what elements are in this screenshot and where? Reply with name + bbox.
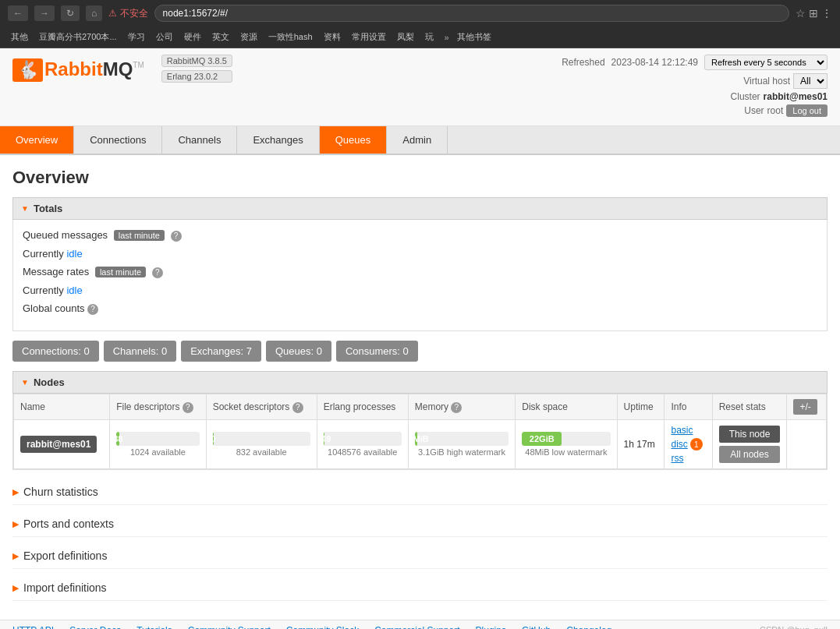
memory-watermark: 3.1GiB high watermark: [418, 447, 505, 457]
import-label: Import definitions: [23, 581, 107, 594]
bookmark-item[interactable]: 英文: [209, 30, 232, 44]
erlang-proc-bar: 449: [324, 432, 324, 446]
app-header: 🐇RabbitMQTM RabbitMQ 3.8.5 Erlang 23.0.2…: [0, 48, 840, 126]
export-arrow: ▶: [12, 551, 19, 561]
queued-messages-row: Queued messages last minute ?: [23, 229, 817, 242]
disk-bar-wrap: 22GiB: [522, 432, 610, 446]
col-memory: Memory ?: [408, 394, 516, 420]
exchanges-count-btn[interactable]: Exchanges: 7: [181, 341, 261, 362]
bookmark-item[interactable]: 豆瓣高分书2700本...: [36, 30, 120, 44]
bookmark-item[interactable]: 一致性hash: [265, 30, 316, 44]
bookmark-item[interactable]: 玩: [422, 30, 437, 44]
main-content: Overview ▼ Totals Queued messages last m…: [0, 155, 840, 620]
nav-connections[interactable]: Connections: [74, 126, 162, 154]
logo-icon: 🐇: [12, 58, 43, 82]
user-row: User root Log out: [562, 104, 828, 117]
churn-statistics-header[interactable]: ▶ Churn statistics: [12, 479, 828, 505]
user-label: User: [744, 105, 764, 116]
refresh-select[interactable]: Refresh every 5 seconds Refresh every 10…: [704, 55, 828, 70]
nodes-label: Nodes: [34, 376, 65, 388]
plus-minus-button[interactable]: +/-: [793, 399, 817, 415]
bookmark-item[interactable]: 资源: [237, 30, 261, 44]
nodes-header[interactable]: ▼ Nodes: [12, 371, 828, 394]
currently-idle-2-row: Currently idle: [23, 284, 817, 296]
footer-changelog[interactable]: Changelog: [566, 625, 611, 629]
footer-plugins[interactable]: Plugins: [476, 625, 506, 629]
url-bar[interactable]: [154, 5, 790, 22]
page-title: Overview: [12, 168, 828, 188]
bookmark-item[interactable]: 其他书签: [454, 30, 494, 44]
node-name-cell: rabbit@mes01: [14, 420, 110, 469]
global-counts-help-icon[interactable]: ?: [87, 304, 98, 315]
home-button[interactable]: ⌂: [86, 5, 102, 21]
reset-this-node-button[interactable]: This node: [719, 426, 781, 443]
queued-help-icon[interactable]: ?: [171, 231, 182, 242]
footer-github[interactable]: GitHub: [522, 625, 551, 629]
nav-admin[interactable]: Admin: [387, 126, 448, 154]
more-bookmarks[interactable]: »: [445, 33, 449, 42]
nav-queues[interactable]: Queues: [320, 126, 388, 154]
back-button[interactable]: ←: [8, 5, 28, 21]
virtual-host-select[interactable]: All: [793, 73, 828, 89]
consumers-count-btn[interactable]: Consumers: 0: [336, 341, 418, 362]
erlang-proc-cell: 449 1048576 available: [317, 420, 408, 469]
nav-overview[interactable]: Overview: [0, 126, 74, 154]
rabbitmq-version-badge[interactable]: RabbitMQ 3.8.5: [161, 55, 232, 67]
connections-count-btn[interactable]: Connections: 0: [12, 341, 99, 362]
idle-text-2: idle: [66, 284, 82, 296]
totals-header[interactable]: ▼ Totals: [12, 197, 828, 220]
bookmark-item[interactable]: 资料: [321, 30, 344, 44]
bookmark-item[interactable]: 常用设置: [349, 30, 389, 44]
footer-http-api[interactable]: HTTP API: [12, 625, 54, 629]
nodes-table-container: Name File descriptors ? Socket descripto…: [12, 394, 828, 470]
logo-rabbit: 🐇RabbitMQTM: [12, 56, 144, 80]
nodes-arrow: ▼: [21, 378, 29, 387]
disk-progress: 22GiB 48MiB low watermark: [522, 432, 610, 457]
ports-contexts-header[interactable]: ▶ Ports and contexts: [12, 511, 828, 537]
bookmark-item[interactable]: 凤梨: [394, 30, 417, 44]
export-definitions-header[interactable]: ▶ Export definitions: [12, 543, 828, 569]
footer-community-slack[interactable]: Community Slack: [286, 625, 359, 629]
message-rates-badge[interactable]: last minute: [95, 267, 146, 277]
socket-desc-cell: 0 832 available: [206, 420, 317, 469]
nav-channels[interactable]: Channels: [162, 126, 237, 154]
disk-space-cell: 22GiB 48MiB low watermark: [516, 420, 617, 469]
info-basic-link[interactable]: basic: [671, 425, 705, 436]
socket-desc-help[interactable]: ?: [292, 402, 303, 413]
footer-commercial-support[interactable]: Commercial Support: [374, 625, 459, 629]
footer-community-support[interactable]: Community Support: [188, 625, 271, 629]
bookmark-item[interactable]: 硬件: [181, 30, 204, 44]
nav-exchanges[interactable]: Exchanges: [237, 126, 319, 154]
memory-help[interactable]: ?: [451, 402, 462, 413]
erlang-version-badge[interactable]: Erlang 23.0.2: [161, 70, 232, 83]
channels-count-btn[interactable]: Channels: 0: [104, 341, 176, 362]
currently-label-1: Currently: [23, 248, 64, 260]
info-rss-link[interactable]: rss: [671, 453, 705, 464]
cluster-label: Cluster: [731, 91, 760, 102]
message-rates-help-icon[interactable]: ?: [152, 267, 163, 278]
file-desc-help[interactable]: ?: [183, 402, 193, 413]
footer-server-docs[interactable]: Server Docs: [69, 625, 121, 629]
bookmark-item[interactable]: 公司: [153, 30, 176, 44]
reset-all-nodes-button[interactable]: All nodes: [719, 446, 781, 463]
churn-arrow: ▶: [12, 487, 19, 497]
col-erlang-proc: Erlang processes: [317, 394, 408, 420]
reload-button[interactable]: ↻: [61, 5, 80, 21]
info-disc-link[interactable]: disc: [671, 439, 687, 450]
memory-bar-wrap: 90MiB: [415, 432, 509, 446]
file-desc-progress: 38 1024 available: [116, 432, 199, 457]
reset-buttons: This node All nodes: [719, 426, 781, 463]
browser-icons: ☆ ⊞ ⋮: [796, 7, 832, 19]
import-definitions-header[interactable]: ▶ Import definitions: [12, 575, 828, 601]
footer-tutorials[interactable]: Tutorials: [136, 625, 172, 629]
info-disc-link-group: disc 1: [671, 438, 705, 451]
uptime-value: 1h 17m: [624, 439, 655, 450]
global-counts-row: Global counts ?: [23, 302, 817, 315]
nodes-table-header-row: Name File descriptors ? Socket descripto…: [14, 394, 827, 420]
logout-button[interactable]: Log out: [786, 104, 828, 117]
bookmark-item[interactable]: 学习: [125, 30, 148, 44]
bookmark-item[interactable]: 其他: [8, 30, 31, 44]
queues-count-btn[interactable]: Queues: 0: [266, 341, 331, 362]
forward-button[interactable]: →: [34, 5, 55, 21]
queued-badge[interactable]: last minute: [114, 230, 165, 241]
